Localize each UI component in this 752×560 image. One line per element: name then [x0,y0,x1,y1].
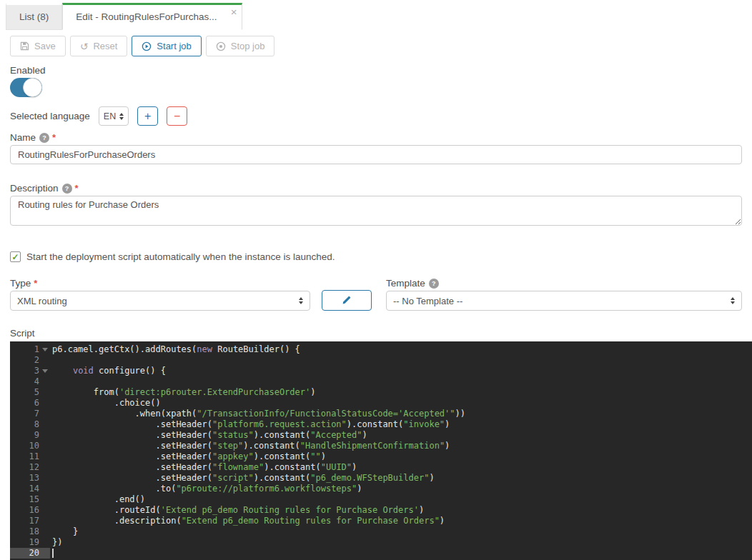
code-line[interactable]: 13 .setHeader("script").constant("p6_dem… [10,473,752,484]
help-icon[interactable]: ? [39,133,49,143]
code-line[interactable]: 3 void configure() { [10,366,752,376]
line-number[interactable]: 3 [10,366,50,376]
code-line-text [50,355,52,366]
name-input[interactable] [10,145,742,164]
code-line-text [50,376,52,387]
script-editor[interactable]: 1p6.camel.getCtx().addRoutes(new RouteBu… [10,341,752,560]
code-line[interactable]: 1p6.camel.getCtx().addRoutes(new RouteBu… [10,344,752,355]
template-column: Template ? -- No Template -- [386,278,742,311]
code-line-text: .setHeader("status").constant("Accepted"… [50,430,367,441]
line-number[interactable]: 20 [10,548,50,559]
type-select[interactable]: XML routing [10,291,310,311]
required-asterisk: * [75,183,79,194]
code-line[interactable]: 19}) [10,537,752,548]
fold-arrow-icon[interactable] [42,369,48,373]
text-cursor [52,549,54,558]
code-line[interactable]: 10 .setHeader("step").constant("HandleSh… [10,441,752,451]
code-line-text: p6.camel.getCtx().addRoutes(new RouteBui… [50,344,300,355]
line-number[interactable]: 7 [10,409,50,419]
line-number[interactable]: 1 [10,344,50,355]
code-line[interactable]: 17 .description("Extend p6_demo Routing … [10,516,752,526]
reset-button[interactable]: ↺ Reset [70,36,128,56]
language-row: Selected language EN + − [10,106,742,126]
add-language-button[interactable]: + [137,106,158,126]
select-arrows-icon [299,297,303,304]
help-icon[interactable]: ? [429,279,439,289]
save-button[interactable]: Save [10,36,66,56]
language-select[interactable]: EN [99,106,129,126]
reset-button-label: Reset [93,41,117,51]
code-line-text: .choice() [50,398,161,409]
close-icon[interactable]: × [231,6,237,17]
line-number[interactable]: 4 [10,376,50,387]
tab-edit[interactable]: Edit - RoutingRulesForPurchas... × [62,3,242,30]
code-line[interactable]: 6 .choice() [10,398,752,409]
line-number[interactable]: 15 [10,494,50,505]
template-select[interactable]: -- No Template -- [386,291,742,311]
checkmark-icon: ✓ [11,252,19,262]
line-number[interactable]: 5 [10,387,50,398]
line-number[interactable]: 13 [10,473,50,484]
template-label-row: Template ? [386,278,742,289]
code-line-text: } [50,526,78,537]
tab-list[interactable]: List (8) [6,3,62,30]
code-line[interactable]: 5 from('direct:p6router.ExtendPurchaseOr… [10,387,752,398]
code-line[interactable]: 9 .setHeader("status").constant("Accepte… [10,430,752,441]
line-number[interactable]: 16 [10,505,50,516]
code-line[interactable]: 18 } [10,526,752,537]
code-line[interactable]: 15 .end() [10,494,752,505]
line-number[interactable]: 12 [10,462,50,473]
code-line-text: .to("p6route://platform6.workflowsteps") [50,484,362,494]
edit-type-button[interactable] [322,290,372,311]
code-line-text: .setHeader("appkey").constant("") [50,451,326,462]
code-line[interactable]: 20 [10,548,752,559]
select-arrows-icon [119,113,124,120]
toggle-knob [23,78,42,97]
code-line[interactable]: 8 .setHeader("platform6.request.action")… [10,419,752,430]
code-line-text: from('direct:p6router.ExtendPurchaseOrde… [50,387,315,398]
code-line[interactable]: 11 .setHeader("appkey").constant("") [10,451,752,462]
play-circle-icon [142,41,152,51]
stop-job-button[interactable]: Stop job [206,36,275,56]
code-line-text: .end() [50,494,145,505]
code-line-text: .setHeader("platform6.request.action").c… [50,419,450,430]
start-job-button[interactable]: Start job [132,36,201,56]
code-line[interactable]: 14 .to("p6route://platform6.workflowstep… [10,484,752,494]
code-line[interactable]: 16 .routeId('Extend p6_demo Routing rule… [10,505,752,516]
enabled-toggle[interactable] [10,78,42,97]
pencil-icon [342,294,352,307]
line-number[interactable]: 6 [10,398,50,409]
line-number[interactable]: 10 [10,441,50,451]
required-asterisk: * [52,132,56,143]
type-template-row: Type * XML routing Template ? -- No Temp… [10,278,742,311]
script-editor-lines: 1p6.camel.getCtx().addRoutes(new RouteBu… [10,344,752,559]
language-select-value: EN [104,111,116,121]
description-textarea[interactable]: Routing rules for Purchase Orders [10,196,742,226]
save-button-label: Save [34,41,56,51]
autostart-row: ✓ Start the deployment script automatica… [10,251,742,262]
line-number[interactable]: 9 [10,430,50,441]
required-asterisk: * [34,278,37,289]
code-line[interactable]: 2 [10,355,752,366]
code-line[interactable]: 4 [10,376,752,387]
line-number[interactable]: 2 [10,355,50,366]
stop-job-button-label: Stop job [231,41,265,51]
code-line-text: .routeId('Extend p6_demo Routing rules f… [50,505,424,516]
fold-arrow-icon[interactable] [42,348,48,351]
autostart-label: Start the deployment script automaticall… [26,251,335,262]
language-label: Selected language [10,111,90,121]
line-number[interactable]: 19 [10,537,50,548]
autostart-checkbox[interactable]: ✓ [10,251,21,262]
line-number[interactable]: 14 [10,484,50,494]
help-icon[interactable]: ? [62,184,72,194]
line-number[interactable]: 11 [10,451,50,462]
line-number[interactable]: 18 [10,526,50,537]
tab-bar: List (8) Edit - RoutingRulesForPurchas..… [0,0,752,30]
save-icon [20,41,29,51]
line-number[interactable]: 8 [10,419,50,430]
tab-list-label: List (8) [19,11,49,22]
line-number[interactable]: 17 [10,516,50,526]
code-line[interactable]: 12 .setHeader("flowname").constant("UUID… [10,462,752,473]
code-line[interactable]: 7 .when(xpath("/TransactionInfo/Function… [10,409,752,419]
remove-language-button[interactable]: − [167,106,187,126]
